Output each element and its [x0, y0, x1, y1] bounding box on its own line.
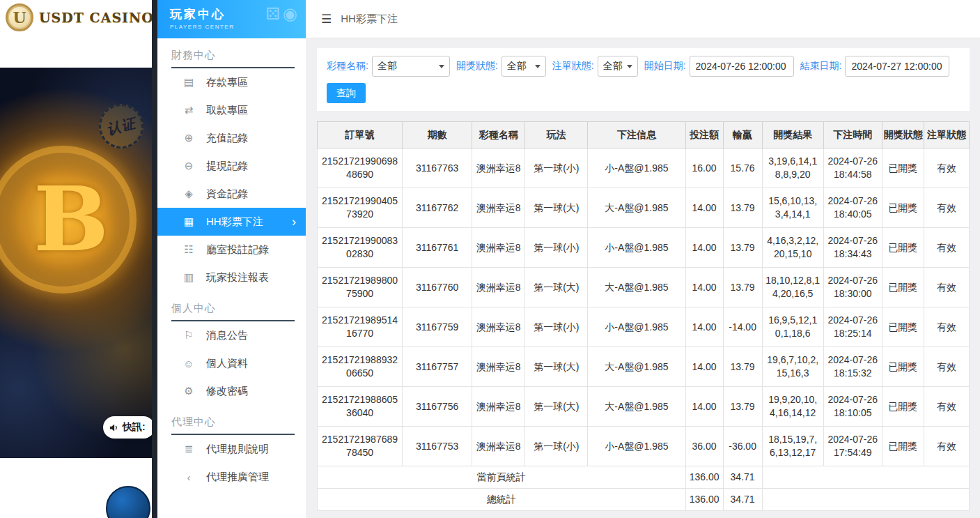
main-area: ☰ HH彩票下注 彩種名稱: 全部 開獎狀態: 全部 注單狀態: 全部: [306, 0, 980, 518]
sidebar-item-room-records[interactable]: ☷廳室投註記錄: [157, 236, 306, 264]
sidebar-item-recharge[interactable]: ⊕充值記錄: [157, 124, 306, 152]
table-cell: 14.00: [685, 188, 723, 228]
table-cell: 已開獎: [882, 347, 924, 387]
menu-toggle-icon[interactable]: ☰: [321, 12, 332, 26]
table-cell: 18,15,19,7,6,13,12,17: [762, 427, 823, 466]
sidebar-item-share[interactable]: ‹代理推廣管理: [157, 463, 306, 491]
table-cell: 澳洲幸运8: [472, 268, 525, 307]
sidebar-item-label: 廳室投註記錄: [206, 243, 269, 257]
chip-icon: ◉: [283, 4, 300, 23]
speaker-icon: [109, 422, 119, 433]
column-header: 下注時間: [823, 122, 882, 148]
table-cell: 31167763: [403, 148, 472, 188]
table-cell: -14.00: [723, 307, 762, 347]
sidebar-item-funds[interactable]: ◈資金記錄: [157, 180, 306, 208]
news-ticker[interactable]: 快訊:: [103, 416, 152, 439]
players-center-header: 玩家中心 PLAYERS CENTER ⚄◉: [157, 0, 306, 38]
sidebar-item-gear[interactable]: ⚙修改密碼: [157, 377, 306, 405]
sidebar-item-label: HH彩票下注: [206, 215, 263, 229]
user-icon: ☺: [182, 358, 195, 370]
table-cell: 小-A盤@1.985: [588, 307, 685, 347]
column-header: 開獎狀態: [882, 122, 924, 148]
table-cell: 有效: [924, 228, 969, 268]
service-bubble[interactable]: [106, 486, 150, 518]
draw-status-label: 開獎狀態:: [456, 60, 498, 73]
table-row: 215217219900830283031167761澳洲幸运8第一球(小)小-…: [318, 228, 970, 268]
table-cell: 2152172199040573920: [318, 188, 403, 228]
sidebar-item-label: 修改密碼: [206, 385, 248, 398]
column-header: 玩法: [525, 122, 588, 148]
sidebar-item-label: 消息公告: [206, 329, 248, 342]
table-cell: 2024-07-26 18:25:14: [823, 307, 882, 347]
table-cell: 2152172198951416770: [318, 307, 403, 347]
table-cell: 第一球(大): [525, 268, 588, 307]
sidebar-nav: 財務中心▤存款專區⇄取款專區⊕充值記錄⊖提現記錄◈資金記錄▦HH彩票下注›☷廳室…: [157, 49, 306, 491]
content: 彩種名稱: 全部 開獎狀態: 全部 注單狀態: 全部 開始日期: 結束日期:: [306, 38, 980, 511]
table-cell: 3,19,6,14,18,8,9,20: [762, 148, 823, 188]
sidebar-item-withdraw[interactable]: ⇄取款專區: [157, 96, 306, 124]
total-winloss: 34.71: [723, 489, 762, 511]
query-button[interactable]: 查詢: [327, 83, 366, 103]
table-cell: 有效: [924, 387, 969, 427]
table-row: 215217219876897845031167753澳洲幸运8第一球(小)小-…: [318, 427, 970, 466]
table-cell: 18,10,12,8,14,20,16,5: [762, 268, 823, 307]
start-date-input[interactable]: [690, 56, 794, 77]
table-cell: 已開獎: [882, 387, 924, 427]
sidebar-item-deposit[interactable]: ▤存款專區: [157, 68, 306, 96]
promo-panel: U USDT CASINO B 认证 快訊:: [0, 0, 152, 518]
table-cell: 14.00: [685, 347, 723, 387]
withdraw-icon: ⇄: [182, 104, 195, 116]
table-cell: 大-A盤@1.985: [588, 188, 685, 228]
table-cell: 2024-07-26 18:44:58: [823, 148, 882, 188]
sidebar-item-document[interactable]: ≣代理規則說明: [157, 435, 306, 463]
table-cell: 澳洲幸运8: [472, 307, 525, 347]
table-cell: 小-A盤@1.985: [588, 427, 685, 466]
table-cell: 已開獎: [882, 228, 924, 268]
table-cell: 2152172198893206650: [318, 347, 403, 387]
table-row: 215217219895141677031167759澳洲幸运8第一球(小)小-…: [318, 307, 970, 347]
lottery-select[interactable]: 全部: [372, 56, 450, 77]
order-status-select[interactable]: 全部: [598, 56, 638, 77]
table-cell: 2024-07-26 17:54:49: [823, 427, 882, 466]
table-cell: 31167761: [403, 228, 472, 268]
table-cell: 有效: [924, 268, 969, 307]
dice-icon: ⚄: [265, 4, 283, 23]
bets-table: 訂單號期數彩種名稱玩法下注信息投注額輸贏開獎結果下注時間開獎狀態注單狀態 215…: [317, 121, 970, 511]
table-row: 215217219898007590031167760澳洲幸运8第一球(大)大-…: [318, 268, 970, 307]
table-cell: 有效: [924, 307, 969, 347]
sidebar-item-bell[interactable]: ⚐消息公告: [157, 321, 306, 349]
table-cell: 14.00: [685, 228, 723, 268]
site-logo[interactable]: U USDT CASINO: [0, 0, 152, 35]
end-date-input[interactable]: [845, 56, 949, 77]
sidebar-section-title: 個人中心: [171, 302, 295, 321]
table-row: 215217219886053604031167756澳洲幸运8第一球(大)大-…: [318, 387, 970, 427]
sidebar-item-label: 玩家投注報表: [206, 271, 269, 284]
chevron-right-icon: ›: [292, 215, 296, 229]
column-header: 注單狀態: [924, 122, 969, 148]
table-cell: -36.00: [723, 427, 762, 466]
draw-status-select[interactable]: 全部: [501, 56, 546, 77]
sidebar-item-cashout[interactable]: ⊖提現記錄: [157, 152, 306, 180]
table-cell: 大-A盤@1.985: [588, 268, 685, 307]
table-cell: 31167759: [403, 307, 472, 347]
table-cell: 澳洲幸运8: [472, 188, 525, 228]
table-cell: 大-A盤@1.985: [588, 347, 685, 387]
sidebar-item-lottery[interactable]: ▦HH彩票下注›: [157, 208, 306, 236]
table-cell: 小-A盤@1.985: [588, 148, 685, 188]
sidebar: 玩家中心 PLAYERS CENTER ⚄◉ 財務中心▤存款專區⇄取款專區⊕充值…: [157, 0, 306, 518]
chevron-down-icon: [627, 65, 632, 68]
table-header-row: 訂單號期數彩種名稱玩法下注信息投注額輸贏開獎結果下注時間開獎狀態注單狀態: [318, 122, 970, 148]
table-cell: 2024-07-26 18:10:05: [823, 387, 882, 427]
chevron-down-icon: [439, 65, 444, 68]
players-center-subtitle: PLAYERS CENTER: [170, 24, 306, 30]
table-cell: 15.76: [723, 148, 762, 188]
table-row: 215217219904057392031167762澳洲幸运8第一球(大)大-…: [318, 188, 970, 228]
sidebar-item-user[interactable]: ☺個人資料: [157, 349, 306, 377]
report-icon: ▥: [182, 271, 195, 284]
table-cell: 已開獎: [882, 307, 924, 347]
lottery-icon: ▦: [182, 215, 195, 228]
bets-table-card: 訂單號期數彩種名稱玩法下注信息投注額輸贏開獎結果下注時間開獎狀態注單狀態 215…: [317, 121, 970, 511]
table-cell: 13.79: [723, 347, 762, 387]
table-cell: 澳洲幸运8: [472, 228, 525, 268]
sidebar-item-report[interactable]: ▥玩家投注報表: [157, 264, 306, 291]
